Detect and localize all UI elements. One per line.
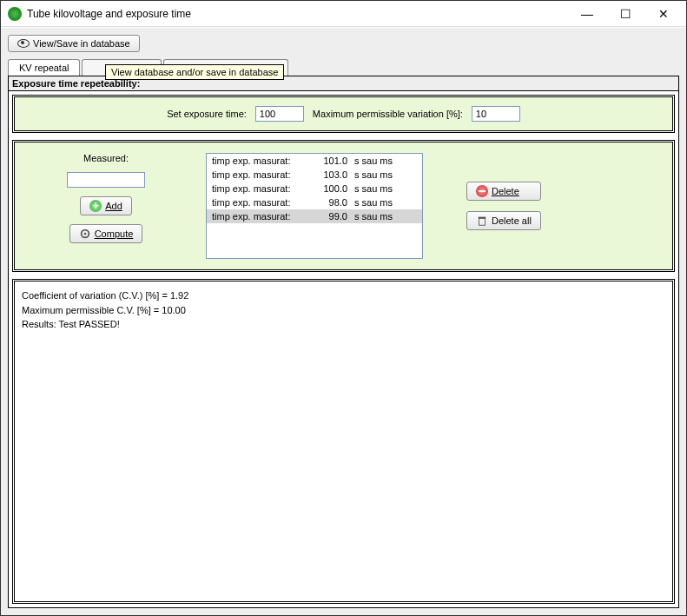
result-line-max: Maximum permissible C.V. [%] = 10.00 xyxy=(22,303,665,318)
settings-box: Set exposure time: Maximum permissible v… xyxy=(12,95,675,133)
measurement-list[interactable]: timp exp. masurat:101.0s sau mstimp exp.… xyxy=(206,153,423,259)
compute-button[interactable]: Compute xyxy=(69,224,143,243)
tab-kv-repeatability[interactable]: KV repeatal xyxy=(8,59,80,76)
eye-icon xyxy=(17,39,30,48)
measured-label: Measured: xyxy=(83,153,129,163)
compute-label: Compute xyxy=(95,229,134,239)
app-icon xyxy=(8,7,22,21)
result-line-status: Results: Test PASSED! xyxy=(22,317,665,332)
list-item[interactable]: timp exp. masurat:100.0s sau ms xyxy=(207,182,422,195)
list-item[interactable]: timp exp. masurat:99.0s sau ms xyxy=(207,209,422,223)
set-exposure-input[interactable] xyxy=(255,106,304,122)
settings-row: Set exposure time: Maximum permissible v… xyxy=(15,97,672,130)
list-item[interactable]: timp exp. masurat:98.0s sau ms xyxy=(207,195,422,209)
plus-icon: + xyxy=(89,200,102,212)
close-button[interactable]: ✕ xyxy=(644,2,683,26)
view-save-label: View/Save in database xyxy=(33,38,130,49)
measurements-panel: Measured: + Add Compute timp exp. masura… xyxy=(15,142,672,269)
set-exposure-label: Set exposure time: xyxy=(167,109,247,119)
max-variation-input[interactable] xyxy=(472,106,520,122)
list-column: timp exp. masurat:101.0s sau mstimp exp.… xyxy=(206,153,423,259)
tab-panel: Exposure time repeteability: Set exposur… xyxy=(8,76,679,608)
add-label: Add xyxy=(105,201,122,211)
toolbar: View/Save in database View database and/… xyxy=(8,31,679,56)
titlebar: Tube kilovoltage and exposure time — ☐ ✕ xyxy=(1,1,686,27)
delete-column: Delete Delete all xyxy=(449,153,541,259)
tooltip: View database and/or save in database xyxy=(105,64,284,80)
measured-input[interactable] xyxy=(67,172,145,188)
delete-all-label: Delete all xyxy=(492,215,532,226)
measured-column: Measured: + Add Compute xyxy=(32,153,180,259)
delete-label: Delete xyxy=(492,186,519,196)
trash-icon xyxy=(476,215,488,227)
delete-button[interactable]: Delete xyxy=(466,182,541,201)
view-save-button[interactable]: View/Save in database xyxy=(8,35,140,52)
measurements-box: Measured: + Add Compute timp exp. masura… xyxy=(12,140,675,272)
window-title: Tube kilovoltage and exposure time xyxy=(27,8,568,20)
minimize-button[interactable]: — xyxy=(568,2,606,26)
app-window: Tube kilovoltage and exposure time — ☐ ✕… xyxy=(0,0,687,616)
max-variation-label: Maximum permissible variation [%]: xyxy=(313,109,463,119)
svg-point-1 xyxy=(83,233,86,235)
results-box: Coefficient of variation (C.V.) [%] = 1.… xyxy=(12,279,675,604)
minus-icon xyxy=(476,185,488,197)
svg-rect-2 xyxy=(479,218,486,225)
content-area: View/Save in database View database and/… xyxy=(1,27,686,615)
list-item[interactable]: timp exp. masurat:103.0s sau ms xyxy=(207,168,422,182)
maximize-button[interactable]: ☐ xyxy=(606,2,644,26)
delete-all-button[interactable]: Delete all xyxy=(466,211,541,230)
result-line-cv: Coefficient of variation (C.V.) [%] = 1.… xyxy=(22,288,665,303)
list-item[interactable]: timp exp. masurat:101.0s sau ms xyxy=(207,154,422,168)
svg-rect-3 xyxy=(479,217,486,219)
gear-icon xyxy=(79,228,91,240)
add-button[interactable]: + Add xyxy=(80,196,132,215)
